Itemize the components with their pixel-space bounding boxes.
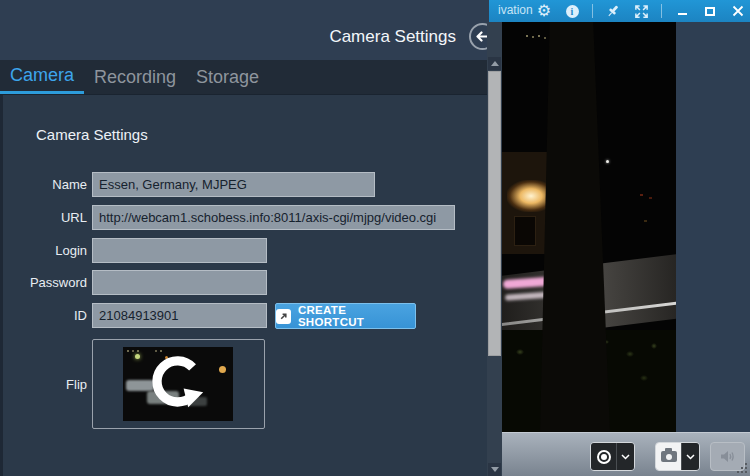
video-feed[interactable] — [502, 22, 676, 432]
minimize-button[interactable] — [674, 3, 690, 19]
triangle-down-icon — [491, 467, 499, 472]
video-tree-trunk — [540, 22, 610, 432]
flip-preview-box[interactable] — [92, 339, 265, 429]
record-button[interactable] — [591, 443, 616, 470]
titlebar-separator — [592, 4, 593, 18]
login-input[interactable] — [92, 238, 267, 263]
rotate-icon — [150, 354, 206, 414]
scrollbar-thumb[interactable] — [488, 71, 501, 356]
settings-tabbar: Camera Recording Storage — [0, 60, 487, 95]
application-window: ivation ⚙ i — [0, 0, 750, 476]
titlebar-separator — [661, 4, 662, 18]
flip-label: Flip — [3, 372, 87, 397]
tab-recording[interactable]: Recording — [84, 60, 186, 94]
create-shortcut-button[interactable]: CREATE SHORTCUT — [275, 303, 416, 329]
video-building-window — [514, 216, 536, 246]
snapshot-button-group — [655, 442, 700, 471]
titlebar-partial-text: ivation — [498, 3, 533, 17]
password-label: Password — [3, 270, 87, 295]
video-timestamp-marks — [526, 35, 528, 37]
create-shortcut-label: CREATE SHORTCUT — [298, 304, 415, 328]
resize-grip[interactable] — [737, 463, 747, 473]
url-input[interactable] — [92, 205, 455, 230]
chevron-down-icon — [621, 454, 630, 460]
info-icon[interactable]: i — [564, 3, 580, 19]
flip-thumbnail — [123, 347, 233, 421]
settings-panel-header-top — [0, 0, 489, 22]
scrollbar-up-button[interactable] — [488, 57, 501, 70]
fullscreen-icon[interactable] — [633, 3, 649, 19]
close-button[interactable] — [730, 3, 746, 19]
tab-storage[interactable]: Storage — [186, 60, 269, 94]
video-light-dot — [606, 160, 609, 163]
thumb-green-light — [135, 354, 140, 359]
snapshot-dropdown-button[interactable] — [681, 443, 699, 470]
titlebar-icons: ⚙ i — [536, 0, 746, 22]
section-heading: Camera Settings — [36, 126, 148, 143]
panel-title: Camera Settings — [329, 27, 456, 47]
video-tail-lights — [640, 194, 643, 196]
record-icon — [597, 450, 611, 464]
chevron-down-icon — [686, 454, 695, 460]
record-dropdown-button[interactable] — [616, 443, 634, 470]
name-label: Name — [3, 172, 87, 197]
id-label: ID — [3, 303, 87, 328]
password-input[interactable] — [92, 270, 267, 295]
scrollbar-down-button[interactable] — [488, 463, 501, 476]
tab-camera[interactable]: Camera — [0, 60, 84, 94]
login-label: Login — [3, 238, 87, 263]
snapshot-button[interactable] — [656, 443, 681, 470]
video-control-bar — [502, 432, 750, 476]
maximize-button[interactable] — [702, 3, 718, 19]
record-button-group — [590, 442, 635, 471]
url-label: URL — [3, 205, 87, 230]
video-background-gap — [676, 22, 750, 432]
camera-icon — [661, 451, 677, 462]
triangle-up-icon — [491, 61, 499, 66]
settings-content: Camera Settings Name URL Login Password … — [0, 95, 487, 476]
pin-icon[interactable] — [605, 3, 621, 19]
shortcut-icon — [276, 309, 291, 324]
thumb-timestamp-marks — [127, 350, 129, 352]
settings-panel-header: Camera Settings — [0, 22, 502, 60]
name-input[interactable] — [92, 172, 375, 197]
settings-gear-icon[interactable]: ⚙ — [536, 3, 552, 19]
id-input[interactable] — [92, 303, 267, 328]
speaker-icon — [720, 450, 735, 463]
scrollbar — [487, 22, 502, 476]
